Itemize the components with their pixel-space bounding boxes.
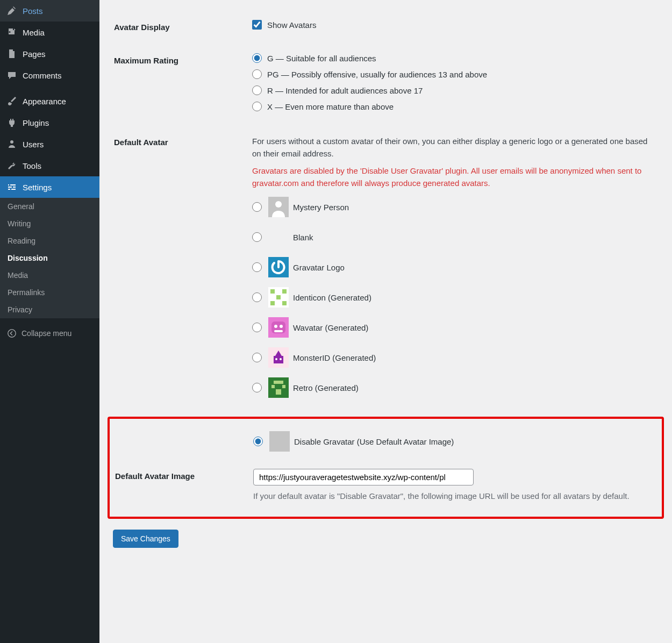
collapse-label: Collapse menu [22,329,72,338]
avatar-blank-label: Blank [293,233,313,242]
save-changes-button[interactable]: Save Changes [113,530,178,548]
svg-rect-9 [270,301,275,305]
avatar-monsterid-radio[interactable] [252,353,262,362]
submenu-discussion[interactable]: Discussion [0,249,99,267]
sidebar-item-label: Plugins [23,118,49,127]
sidebar-item-label: Posts [23,6,43,16]
avatar-retro-radio[interactable] [252,383,262,392]
user-icon [6,139,17,149]
pin-icon [6,5,17,16]
rating-pg-radio[interactable] [252,69,262,79]
sidebar-item-label: Settings [23,183,52,192]
comment-icon [6,70,17,81]
rating-x-label: X — Even more mature than above [267,102,394,111]
svg-point-13 [274,325,277,328]
avatar-mystery-radio[interactable] [252,202,262,212]
svg-rect-25 [269,431,290,452]
settings-submenu: General Writing Reading Discussion Media… [0,198,99,318]
avatar-gravatar-label: Gravatar Logo [293,263,345,272]
sidebar-item-posts[interactable]: Posts [0,0,99,22]
settings-content: Avatar Display Show Avatars Maximum Rati… [99,0,672,643]
svg-point-19 [280,358,282,360]
svg-rect-6 [270,289,275,294]
svg-rect-24 [276,389,281,395]
submenu-permalinks[interactable]: Permalinks [0,284,99,301]
plug-icon [6,117,17,128]
avatar-mystery-label: Mystery Person [293,203,349,212]
sidebar-item-label: Pages [23,49,46,59]
mystery-person-icon [268,197,289,217]
svg-rect-20 [268,377,289,398]
media-icon [6,27,17,38]
avatar-disable-gravatar-label: Disable Gravatar (Use Default Avatar Ima… [294,437,454,446]
default-avatar-heading: Default Avatar [114,127,246,416]
rating-g-label: G — Suitable for all audiences [267,54,376,63]
retro-icon [268,377,289,398]
sidebar-item-label: Tools [23,161,41,170]
svg-rect-21 [274,381,283,384]
avatar-identicon-label: Identicon (Generated) [293,293,371,302]
disable-gravatar-icon [269,431,290,452]
highlighted-section: Disable Gravatar (Use Default Avatar Ima… [108,417,664,519]
collapse-icon [6,328,17,339]
sidebar-item-appearance[interactable]: Appearance [0,90,99,112]
submenu-writing[interactable]: Writing [0,215,99,232]
sidebar-item-label: Media [23,28,45,37]
svg-rect-17 [274,356,283,363]
rating-g-radio[interactable] [252,53,262,63]
sidebar-item-pages[interactable]: Pages [0,43,99,65]
sidebar-item-plugins[interactable]: Plugins [0,112,99,133]
default-avatar-image-input[interactable] [253,469,474,485]
svg-rect-7 [282,289,287,294]
avatar-disable-gravatar-radio[interactable] [253,437,263,446]
sidebar-item-comments[interactable]: Comments [0,65,99,86]
avatar-identicon-radio[interactable] [252,292,262,302]
svg-rect-8 [276,295,281,299]
default-avatar-image-help: If your default avatar is "Disable Grava… [253,490,651,502]
brush-icon [6,96,17,106]
rating-r-label: R — Intended for adult audiences above 1… [267,86,423,95]
page-icon [6,48,17,59]
svg-rect-15 [274,330,283,332]
avatar-display-heading: Avatar Display [114,12,246,44]
sliders-icon [6,182,17,192]
monsterid-icon [268,347,289,368]
show-avatars-label: Show Avatars [267,20,316,30]
default-avatar-image-heading: Default Avatar Image [115,461,247,510]
submenu-general[interactable]: General [0,198,99,215]
svg-rect-10 [282,301,287,305]
submenu-reading[interactable]: Reading [0,232,99,249]
svg-rect-22 [271,385,275,388]
svg-point-1 [8,330,16,337]
svg-point-3 [275,201,282,208]
avatar-retro-label: Retro (Generated) [293,383,359,392]
sidebar-item-tools[interactable]: Tools [0,155,99,176]
show-avatars-checkbox[interactable] [252,20,262,30]
sidebar-item-users[interactable]: Users [0,133,99,155]
rating-r-radio[interactable] [252,85,262,95]
collapse-menu[interactable]: Collapse menu [0,323,99,344]
identicon-icon [268,287,289,308]
avatar-monsterid-label: MonsterID (Generated) [293,353,376,362]
sidebar-item-label: Comments [23,71,62,80]
avatar-gravatar-radio[interactable] [252,262,262,272]
svg-point-14 [280,325,283,328]
svg-point-18 [275,358,277,360]
submenu-privacy[interactable]: Privacy [0,301,99,318]
sidebar-item-media[interactable]: Media [0,22,99,43]
avatar-blank-radio[interactable] [252,232,262,242]
sidebar-item-settings[interactable]: Settings [0,176,99,198]
maximum-rating-heading: Maximum Rating [114,45,246,126]
svg-rect-23 [282,385,285,388]
svg-point-0 [10,140,13,144]
rating-x-radio[interactable] [252,102,262,111]
wrench-icon [6,160,17,171]
blank-icon [268,227,289,247]
submenu-media[interactable]: Media [0,267,99,284]
sidebar-item-label: Users [23,140,44,149]
rating-pg-label: PG — Possibly offensive, usually for aud… [267,70,487,79]
admin-sidebar: Posts Media Pages Comments Appearance Pl… [0,0,99,643]
default-avatar-description: For users without a custom avatar of the… [252,135,652,160]
gravatar-logo-icon [268,257,289,277]
avatar-wavatar-radio[interactable] [252,323,262,332]
